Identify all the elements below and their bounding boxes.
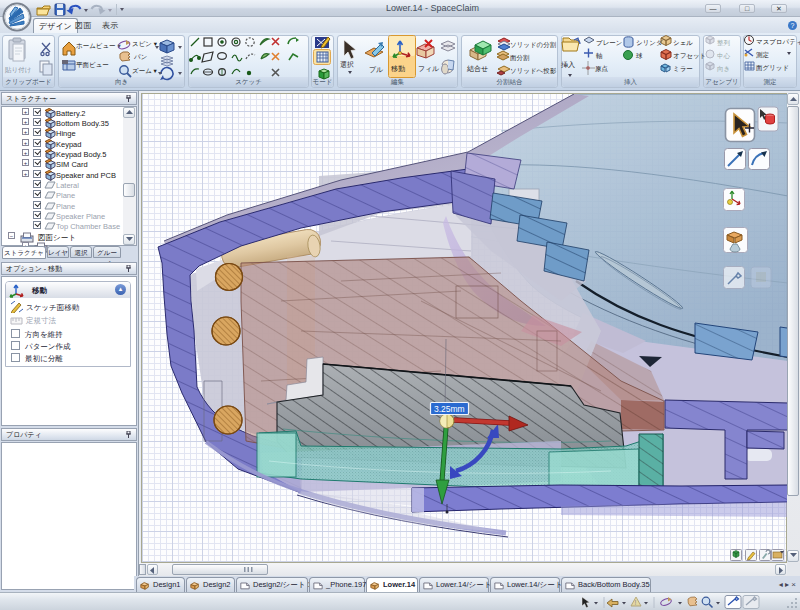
svg-text:3.25mm: 3.25mm [434,404,465,414]
svg-text:!: ! [635,599,637,606]
